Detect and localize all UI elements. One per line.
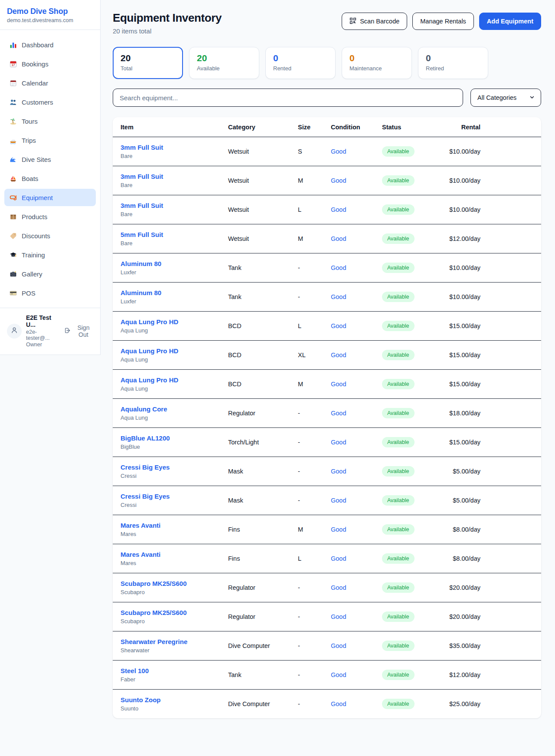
item-name-link[interactable]: 3mm Full Suit <box>121 202 228 209</box>
column-header-category: Category <box>228 117 298 137</box>
manage-rentals-label: Manage Rentals <box>420 18 466 25</box>
scan-barcode-button[interactable]: Scan Barcode <box>342 13 407 30</box>
status-cell: Available <box>382 166 443 195</box>
condition-link[interactable]: Good <box>331 148 346 155</box>
item-name-link[interactable]: Aqua Lung Pro HD <box>121 347 228 355</box>
boats-icon <box>10 175 17 182</box>
item-name-link[interactable]: BigBlue AL1200 <box>121 434 228 442</box>
status-cell: Available <box>382 283 443 312</box>
item-brand: Scubapro <box>121 618 228 625</box>
condition-link[interactable]: Good <box>331 671 346 678</box>
sidebar-item-training[interactable]: Training <box>4 246 96 263</box>
item-name-link[interactable]: Shearwater Peregrine <box>121 638 228 645</box>
condition-link[interactable]: Good <box>331 177 346 184</box>
condition-link[interactable]: Good <box>331 613 346 620</box>
item-name-link[interactable]: Aluminum 80 <box>121 289 228 296</box>
add-equipment-button[interactable]: Add Equipment <box>479 13 541 30</box>
item-name-link[interactable]: Cressi Big Eyes <box>121 493 228 500</box>
tours-icon <box>10 118 17 125</box>
status-cell: Available <box>382 544 443 573</box>
status-badge: Available <box>382 175 415 186</box>
table-body: 3mm Full Suit Bare Wetsuit S Good Availa… <box>113 137 541 719</box>
stat-card-retired[interactable]: 0 Retired <box>418 47 488 79</box>
condition-link[interactable]: Good <box>331 410 346 417</box>
category-cell: Tank <box>228 253 298 283</box>
status-cell: Available <box>382 195 443 224</box>
item-name-link[interactable]: Aqua Lung Pro HD <box>121 318 228 325</box>
rental-cell: $35.00/day <box>443 631 541 661</box>
status-badge: Available <box>382 670 415 680</box>
condition-link[interactable]: Good <box>331 642 346 649</box>
item-name-link[interactable]: Steel 100 <box>121 667 228 674</box>
manage-rentals-button[interactable]: Manage Rentals <box>412 13 474 30</box>
item-name-link[interactable]: Mares Avanti <box>121 522 228 529</box>
item-name-link[interactable]: Scubapro MK25/S600 <box>121 609 228 616</box>
condition-link[interactable]: Good <box>331 526 346 533</box>
search-input[interactable] <box>113 89 463 107</box>
stat-label: Available <box>197 65 251 72</box>
add-equipment-label: Add Equipment <box>487 18 533 25</box>
item-name-link[interactable]: Aluminum 80 <box>121 260 228 267</box>
column-header-status: Status <box>382 117 443 137</box>
sidebar-item-equipment[interactable]: Equipment <box>4 189 96 206</box>
item-brand: Shearwater <box>121 647 228 654</box>
condition-link[interactable]: Good <box>331 497 346 504</box>
stat-card-maintenance[interactable]: 0 Maintenance <box>342 47 412 79</box>
condition-link[interactable]: Good <box>331 584 346 591</box>
condition-link[interactable]: Good <box>331 235 346 242</box>
condition-link[interactable]: Good <box>331 264 346 271</box>
condition-link[interactable]: Good <box>331 322 346 329</box>
condition-link[interactable]: Good <box>331 555 346 562</box>
item-name-link[interactable]: 3mm Full Suit <box>121 173 228 180</box>
brand-name[interactable]: Demo Dive Shop <box>7 7 93 16</box>
sidebar-item-dive-sites[interactable]: Dive Sites <box>4 151 96 168</box>
category-cell: BCD <box>228 370 298 399</box>
sidebar-item-customers[interactable]: Customers <box>4 93 96 111</box>
stat-card-available[interactable]: 20 Available <box>189 47 259 79</box>
condition-link[interactable]: Good <box>331 293 346 300</box>
sidebar-item-boats[interactable]: Boats <box>4 170 96 187</box>
logout-icon <box>64 327 71 335</box>
sidebar-item-dashboard[interactable]: Dashboard <box>4 36 96 53</box>
category-select-value: All Categories <box>477 94 516 101</box>
sidebar-item-bookings[interactable]: 17 Bookings <box>4 55 96 72</box>
sidebar-item-products[interactable]: Products <box>4 208 96 225</box>
sidebar-item-tours[interactable]: Tours <box>4 112 96 130</box>
size-cell: M <box>298 370 331 399</box>
condition-link[interactable]: Good <box>331 206 346 213</box>
sidebar-item-calendar[interactable]: Calendar <box>4 74 96 92</box>
condition-cell: Good <box>331 631 382 661</box>
item-name-link[interactable]: Cressi Big Eyes <box>121 463 228 471</box>
size-cell: - <box>298 661 331 690</box>
status-badge: Available <box>382 495 415 506</box>
condition-link[interactable]: Good <box>331 352 346 358</box>
sidebar-item-trips[interactable]: Trips <box>4 131 96 149</box>
condition-link[interactable]: Good <box>331 468 346 475</box>
table-row: 3mm Full Suit Bare Wetsuit L Good Availa… <box>113 195 541 224</box>
stat-card-total[interactable]: 20 Total <box>113 47 183 79</box>
table-row: Suunto Zoop Suunto Dive Computer - Good … <box>113 690 541 719</box>
stat-label: Total <box>121 65 175 72</box>
item-name-link[interactable]: Mares Avanti <box>121 551 228 558</box>
item-name-link[interactable]: Aqua Lung Pro HD <box>121 376 228 384</box>
condition-link[interactable]: Good <box>331 700 346 707</box>
sidebar-item-discounts[interactable]: Discounts <box>4 227 96 244</box>
item-cell: Aqualung Core Aqua Lung <box>113 399 228 428</box>
item-name-link[interactable]: Scubapro MK25/S600 <box>121 580 228 587</box>
size-cell: L <box>298 195 331 224</box>
condition-link[interactable]: Good <box>331 381 346 388</box>
item-name-link[interactable]: 5mm Full Suit <box>121 231 228 238</box>
stat-value: 20 <box>197 53 251 63</box>
column-header-rental: Rental <box>443 117 541 137</box>
category-select[interactable]: All Categories <box>470 89 541 107</box>
sidebar-item-pos[interactable]: POS <box>4 284 96 302</box>
sidebar-item-gallery[interactable]: Gallery <box>4 265 96 283</box>
condition-link[interactable]: Good <box>331 439 346 446</box>
item-name-link[interactable]: 3mm Full Suit <box>121 144 228 151</box>
sign-out-button[interactable]: Sign Out <box>64 324 94 338</box>
status-cell: Available <box>382 631 443 661</box>
stat-card-rented[interactable]: 0 Rented <box>265 47 336 79</box>
status-cell: Available <box>382 515 443 544</box>
item-name-link[interactable]: Suunto Zoop <box>121 696 228 703</box>
item-name-link[interactable]: Aqualung Core <box>121 405 228 413</box>
